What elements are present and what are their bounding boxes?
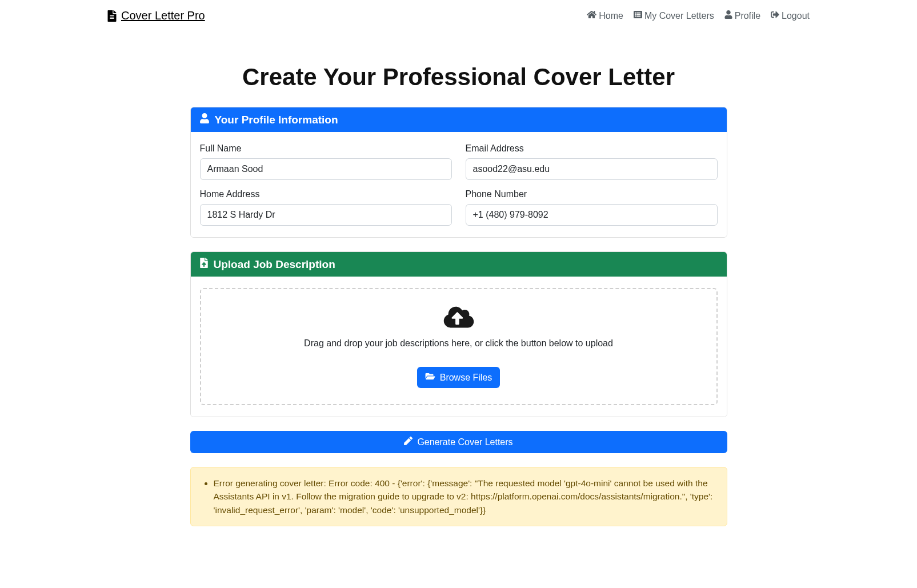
main-container: Create Your Professional Cover Letter Yo… bbox=[185, 63, 733, 526]
error-alert: Error generating cover letter: Error cod… bbox=[190, 467, 727, 526]
nav-profile-label: Profile bbox=[735, 11, 760, 21]
profile-card-header: Your Profile Information bbox=[191, 107, 727, 132]
email-label: Email Address bbox=[466, 143, 718, 154]
phone-label: Phone Number bbox=[466, 189, 718, 199]
navbar: Cover Letter Pro Home My Cover Letters P… bbox=[0, 0, 917, 31]
full-name-label: Full Name bbox=[200, 143, 452, 154]
address-input[interactable] bbox=[200, 204, 452, 226]
logout-icon bbox=[771, 10, 779, 21]
cloud-upload-icon bbox=[443, 305, 474, 331]
generate-cover-letters-button[interactable]: Generate Cover Letters bbox=[190, 431, 727, 453]
browse-files-label: Browse Files bbox=[440, 373, 492, 383]
generate-button-label: Generate Cover Letters bbox=[417, 437, 512, 447]
home-icon bbox=[587, 10, 596, 21]
nav-my-cover-letters[interactable]: My Cover Letters bbox=[634, 10, 714, 21]
profile-card-title: Your Profile Information bbox=[215, 114, 338, 126]
profile-card-body: Full Name Email Address Home Address Pho… bbox=[191, 132, 727, 237]
nav-home-label: Home bbox=[599, 11, 623, 21]
nav-profile[interactable]: Profile bbox=[724, 10, 760, 21]
file-alt-icon bbox=[107, 10, 117, 22]
address-label: Home Address bbox=[200, 189, 452, 199]
profile-card: Your Profile Information Full Name Email… bbox=[190, 107, 727, 238]
full-name-input[interactable] bbox=[200, 158, 452, 180]
list-icon bbox=[634, 10, 642, 21]
nav-my-cover-letters-label: My Cover Letters bbox=[644, 11, 714, 21]
user-icon bbox=[200, 113, 209, 126]
user-icon bbox=[724, 10, 732, 21]
upload-card-header: Upload Job Description bbox=[191, 252, 727, 277]
upload-card-title: Upload Job Description bbox=[214, 258, 335, 271]
nav-logout[interactable]: Logout bbox=[771, 10, 810, 21]
nav-home[interactable]: Home bbox=[587, 10, 623, 21]
nav-links: Home My Cover Letters Profile Logout bbox=[587, 10, 810, 21]
brand-text: Cover Letter Pro bbox=[121, 9, 205, 22]
pen-icon bbox=[404, 437, 413, 447]
dropzone-instruction: Drag and drop your job descriptions here… bbox=[213, 338, 705, 349]
error-message: Error generating cover letter: Error cod… bbox=[214, 477, 715, 517]
upload-card: Upload Job Description Drag and drop you… bbox=[190, 251, 727, 417]
email-input[interactable] bbox=[466, 158, 718, 180]
nav-logout-label: Logout bbox=[782, 11, 810, 21]
file-upload-icon bbox=[200, 258, 208, 271]
page-title: Create Your Professional Cover Letter bbox=[190, 63, 727, 91]
browse-files-button[interactable]: Browse Files bbox=[417, 367, 500, 388]
folder-open-icon bbox=[425, 372, 435, 383]
brand-link[interactable]: Cover Letter Pro bbox=[107, 9, 205, 22]
dropzone[interactable]: Drag and drop your job descriptions here… bbox=[200, 288, 718, 405]
upload-card-body: Drag and drop your job descriptions here… bbox=[191, 277, 727, 417]
phone-input[interactable] bbox=[466, 204, 718, 226]
